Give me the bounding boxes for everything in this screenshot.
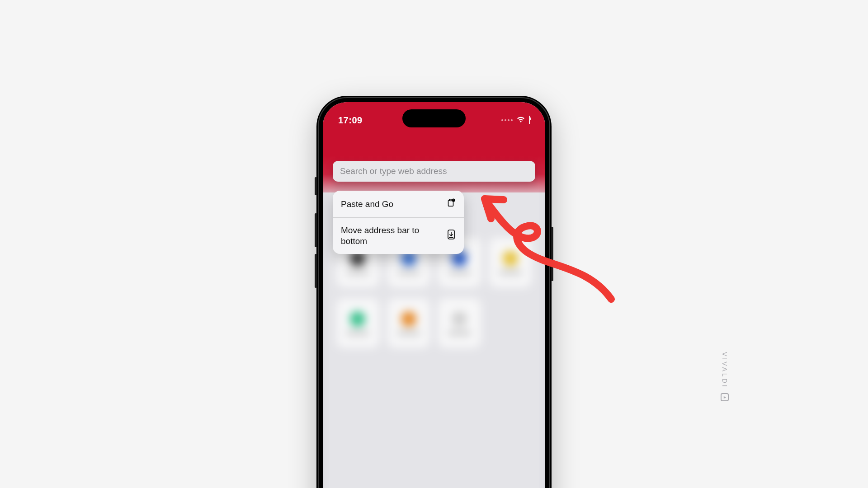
menu-item-label: Move address bar to bottom	[341, 225, 439, 247]
vivaldi-watermark: VIVALDI	[721, 352, 729, 401]
menu-item-paste-and-go[interactable]: Paste and Go	[333, 191, 464, 217]
battery-icon	[529, 116, 530, 124]
cellular-icon	[501, 119, 513, 121]
address-bar[interactable]: Search or type web address	[333, 161, 535, 182]
wifi-icon	[516, 116, 525, 125]
paste-go-icon	[446, 198, 456, 210]
status-bar: 17:09	[323, 111, 545, 129]
phone-frame: 17:09 Search or type web address	[316, 96, 552, 488]
vivaldi-logo-icon	[721, 393, 729, 401]
promo-stage: 17:09 Search or type web address	[105, 60, 763, 428]
address-bar-context-menu: Paste and Go Move address bar to b	[333, 191, 464, 254]
phone-screen: 17:09 Search or type web address	[323, 102, 545, 488]
watermark-text: VIVALDI	[721, 352, 728, 389]
status-icons	[501, 116, 530, 125]
side-button	[315, 177, 317, 195]
status-time: 17:09	[338, 115, 363, 126]
menu-item-move-address-bar[interactable]: Move address bar to bottom	[333, 217, 464, 254]
address-bar-placeholder: Search or type web address	[340, 166, 447, 176]
power-button	[551, 227, 553, 281]
volume-down-button	[315, 254, 317, 288]
volume-up-button	[315, 213, 317, 247]
menu-item-label: Paste and Go	[341, 199, 439, 210]
move-to-bottom-icon	[447, 229, 456, 242]
